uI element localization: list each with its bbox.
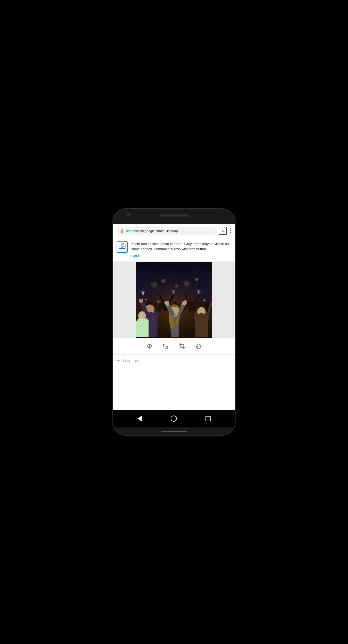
- speaker: [159, 214, 189, 217]
- front-camera: [127, 213, 131, 217]
- home-button[interactable]: [171, 416, 177, 422]
- tooltip-message: Zoom and position photo in frame. Grey a…: [131, 241, 231, 252]
- menu-dot-3: [230, 232, 231, 233]
- svg-point-40: [151, 282, 157, 288]
- phone-top-bar: [113, 209, 235, 224]
- svg-point-1: [121, 245, 123, 248]
- bottom-indicator: [161, 431, 187, 432]
- undo-tool-button[interactable]: [194, 342, 203, 351]
- svg-point-37: [184, 300, 187, 302]
- lock-icon: 🔒: [120, 229, 124, 233]
- address-bar[interactable]: 🔒 https://posts.google.com/bulletin/ap: [116, 227, 217, 235]
- photo-icon: [119, 243, 126, 251]
- svg-point-23: [141, 290, 145, 293]
- back-button[interactable]: [137, 416, 142, 422]
- svg-point-41: [161, 279, 165, 283]
- phone-bottom-nav: [113, 410, 235, 427]
- svg-point-39: [203, 299, 205, 301]
- phone-bottom-bar: [113, 427, 235, 435]
- menu-dot-1: [230, 228, 231, 229]
- caption-placeholder: Add caption...: [117, 359, 141, 363]
- tooltip-content: Zoom and position photo in frame. Grey a…: [131, 241, 231, 258]
- tooltip-bar: Zoom and position photo in frame. Grey a…: [113, 237, 235, 262]
- photo-container[interactable]: [136, 262, 212, 338]
- browser-menu-button[interactable]: [229, 227, 232, 234]
- crop-tool-button[interactable]: [178, 342, 187, 351]
- url-rest-part: posts.google.com/bulletin/ap: [136, 229, 178, 233]
- editor-toolbar: [113, 338, 235, 354]
- photo-icon-box: [117, 241, 128, 253]
- url-text: https://posts.google.com/bulletin/ap: [126, 229, 178, 233]
- phone-screen: 🔒 https://posts.google.com/bulletin/ap 1: [113, 224, 235, 410]
- address-bar-row: 🔒 https://posts.google.com/bulletin/ap 1: [116, 227, 232, 235]
- phone-frame: 🔒 https://posts.google.com/bulletin/ap 1: [113, 209, 235, 435]
- menu-dot-2: [230, 230, 231, 231]
- recent-apps-button[interactable]: [205, 416, 211, 421]
- svg-point-44: [175, 284, 178, 287]
- svg-point-24: [171, 290, 176, 293]
- svg-rect-0: [119, 244, 125, 249]
- svg-rect-29: [166, 305, 169, 306]
- svg-point-27: [164, 301, 169, 305]
- browser-chrome: 🔒 https://posts.google.com/bulletin/ap 1: [113, 224, 235, 237]
- tab-count-button[interactable]: 1: [219, 227, 227, 235]
- got-it-button[interactable]: Got it: [131, 254, 140, 258]
- svg-point-42: [184, 281, 189, 286]
- rotate-tool-button[interactable]: [161, 342, 170, 351]
- svg-point-32: [139, 299, 143, 303]
- url-secure-part: https://: [126, 229, 136, 233]
- caption-area[interactable]: Add caption...: [113, 355, 235, 410]
- concert-photo: [136, 262, 212, 338]
- move-tool-button[interactable]: [145, 342, 154, 351]
- svg-point-25: [197, 290, 201, 293]
- svg-point-43: [195, 278, 199, 281]
- svg-point-38: [145, 299, 147, 300]
- svg-point-36: [157, 301, 159, 303]
- photo-editor[interactable]: Add caption...: [113, 262, 235, 410]
